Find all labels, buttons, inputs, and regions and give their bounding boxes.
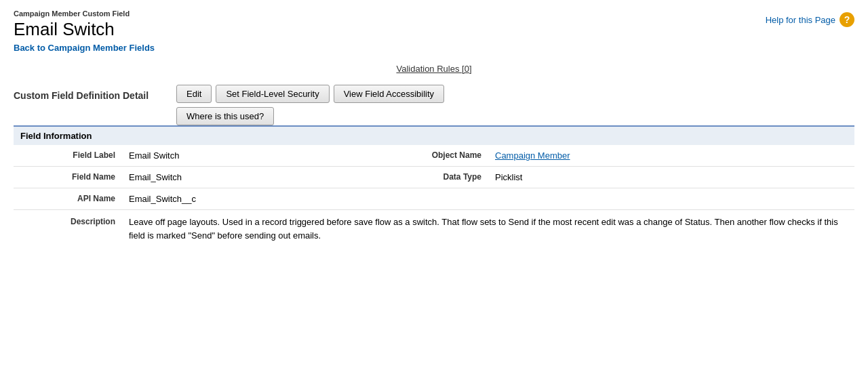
api-name-value: Email_Switch__c bbox=[122, 188, 854, 210]
edit-button[interactable]: Edit bbox=[176, 85, 212, 103]
api-name-label: API Name bbox=[14, 188, 122, 210]
field-label-label: Field Label bbox=[14, 145, 122, 167]
header-left: Campaign Member Custom Field Email Switc… bbox=[14, 9, 155, 53]
field-name-value: Email_Switch bbox=[122, 167, 380, 188]
description-label: Description bbox=[14, 210, 122, 248]
table-row-api-name: API Name Email_Switch__c bbox=[14, 188, 854, 210]
section-header: Field Information bbox=[14, 125, 854, 145]
section-title: Custom Field Definition Detail bbox=[14, 85, 163, 101]
button-row-2: Where is this used? bbox=[176, 107, 444, 125]
field-name-label: Field Name bbox=[14, 167, 122, 188]
page-title: Email Switch bbox=[14, 19, 155, 40]
object-name-label: Object Name bbox=[380, 145, 488, 167]
breadcrumb: Campaign Member Custom Field bbox=[14, 9, 155, 18]
help-icon: ? bbox=[840, 12, 854, 27]
data-type-label: Data Type bbox=[380, 167, 488, 188]
help-link-text: Help for this Page bbox=[766, 15, 835, 25]
help-link[interactable]: Help for this Page ? bbox=[766, 12, 854, 27]
button-row-1: Edit Set Field-Level Security View Field… bbox=[176, 85, 444, 103]
table-row-field-label: Field Label Email Switch Object Name Cam… bbox=[14, 145, 854, 167]
buttons-area: Edit Set Field-Level Security View Field… bbox=[176, 85, 444, 125]
where-is-used-button[interactable]: Where is this used? bbox=[176, 107, 274, 125]
field-table: Field Label Email Switch Object Name Cam… bbox=[14, 145, 854, 247]
data-type-value: Picklist bbox=[488, 167, 854, 188]
view-field-accessibility-button[interactable]: View Field Accessibility bbox=[334, 85, 444, 103]
table-row-field-name: Field Name Email_Switch Data Type Pickli… bbox=[14, 167, 854, 188]
help-area: Help for this Page ? bbox=[766, 9, 854, 27]
main-content: Custom Field Definition Detail Edit Set … bbox=[14, 85, 854, 125]
field-label-value: Email Switch bbox=[122, 145, 380, 167]
page-header: Campaign Member Custom Field Email Switc… bbox=[14, 9, 854, 53]
table-row-description: Description Leave off page layouts. Used… bbox=[14, 210, 854, 248]
object-name-link[interactable]: Campaign Member bbox=[495, 150, 570, 161]
set-field-security-button[interactable]: Set Field-Level Security bbox=[216, 85, 329, 103]
description-value: Leave off page layouts. Used in a record… bbox=[122, 210, 854, 248]
object-name-value: Campaign Member bbox=[488, 145, 854, 167]
validation-rules-link[interactable]: Validation Rules [0] bbox=[396, 64, 471, 74]
field-info-section: Field Information Field Label Email Swit… bbox=[14, 125, 854, 247]
back-link[interactable]: Back to Campaign Member Fields bbox=[14, 43, 155, 53]
validation-rules-bar: Validation Rules [0] bbox=[14, 57, 854, 85]
